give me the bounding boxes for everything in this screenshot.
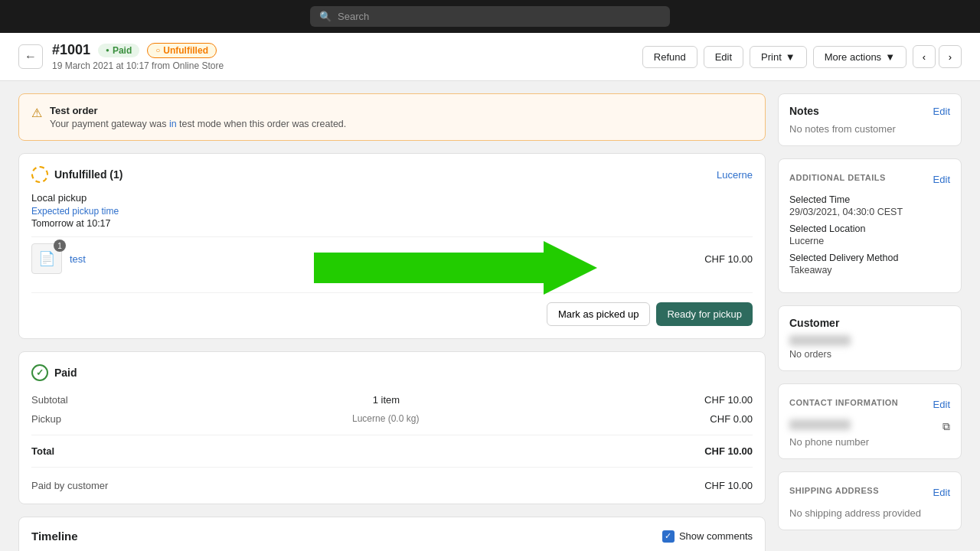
total-row: Total CHF 10.00 — [31, 442, 753, 461]
alert-banner: ⚠ Test order Your payment gateway was in… — [18, 93, 766, 141]
shipping-address-label: SHIPPING ADDRESS — [789, 486, 879, 495]
customer-card: Customer No orders — [778, 305, 962, 371]
paid-card: ✓ Paid Subtotal 1 item CHF 10.00 Pickup … — [18, 351, 766, 504]
document-icon: 📄 — [38, 250, 55, 267]
no-orders-text: No orders — [789, 349, 950, 360]
pickup-label: Local pickup — [31, 192, 753, 204]
selected-delivery-value: Takeaway — [789, 265, 950, 276]
header-actions: Refund Edit Print ▼ More actions ▼ ‹ › — [642, 45, 962, 68]
unfulfilled-icon — [31, 166, 48, 183]
paid-by-amount: CHF 10.00 — [704, 480, 753, 491]
order-title-block: #1001 Paid Unfulfilled 19 March 2021 at … — [52, 42, 633, 71]
item-qty-badge: 1 — [54, 240, 66, 252]
selected-time-label: Selected Time — [789, 194, 950, 205]
more-actions-button[interactable]: More actions ▼ — [813, 46, 906, 68]
unfulfilled-title: Unfulfilled (1) — [54, 168, 122, 181]
subtotal-amount: CHF 10.00 — [704, 394, 753, 406]
notes-edit-link[interactable]: Edit — [933, 106, 950, 117]
total-amount: CHF 10.00 — [704, 445, 753, 457]
timeline-header: Timeline ✓ Show comments — [31, 530, 753, 543]
pickup-sub: Lucerne (0.0 kg) — [352, 413, 419, 425]
subtotal-label: Subtotal — [31, 394, 68, 406]
pickup-fee-label: Pickup — [31, 413, 61, 425]
total-label: Total — [31, 445, 54, 457]
paid-icon: ✓ — [31, 364, 48, 381]
paid-by-label: Paid by customer — [31, 480, 108, 491]
show-comments-checkbox[interactable]: ✓ — [662, 530, 675, 543]
notes-title: Notes — [789, 105, 819, 117]
right-column: Notes Edit No notes from customer ADDITI… — [778, 93, 962, 551]
next-order-button[interactable]: › — [939, 45, 962, 68]
no-address-text: No shipping address provided — [789, 507, 950, 519]
ready-for-pickup-button[interactable]: Ready for pickup — [656, 302, 753, 326]
customer-name-blurred — [789, 335, 851, 346]
notes-card: Notes Edit No notes from customer — [778, 93, 962, 146]
selected-time-value: 29/03/2021, 04:30:0 CEST — [789, 207, 950, 217]
contact-info-edit[interactable]: Edit — [933, 399, 950, 410]
alert-title: Test order — [50, 105, 346, 116]
item-name[interactable]: test — [70, 253, 697, 265]
search-input[interactable] — [338, 11, 661, 22]
back-button[interactable]: ← — [18, 44, 43, 69]
main-content: ⚠ Test order Your payment gateway was in… — [0, 81, 980, 551]
additional-details-label: ADDITIONAL DETAILS — [789, 173, 886, 182]
pickup-time: Tomorrow at 10:17 — [31, 218, 753, 229]
search-box[interactable]: 🔍 — [310, 6, 670, 27]
unfulfilled-badge: Unfulfilled — [147, 43, 217, 58]
mark-picked-up-button[interactable]: Mark as picked up — [547, 302, 651, 326]
search-icon: 🔍 — [319, 11, 332, 22]
pickup-info: Local pickup Expected pickup time Tomorr… — [31, 192, 753, 229]
alert-text: Your payment gateway was in test mode wh… — [50, 119, 346, 129]
selected-location-value: Lucerne — [789, 236, 950, 246]
contact-email-blurred — [789, 419, 851, 430]
item-thumbnail: 📄 1 — [31, 243, 62, 274]
selected-delivery-label: Selected Delivery Method — [789, 253, 950, 263]
selected-location-label: Selected Location — [789, 223, 950, 234]
shipping-address-card: SHIPPING ADDRESS Edit No shipping addres… — [778, 471, 962, 530]
print-dropdown-icon: ▼ — [786, 51, 795, 63]
no-notes-text: No notes from customer — [789, 123, 950, 135]
prev-order-button[interactable]: ‹ — [913, 45, 936, 68]
order-item-row: 📄 1 test CHF 10.00 — [31, 236, 753, 280]
card-actions: Mark as picked up Ready for pickup — [31, 292, 753, 326]
pickup-amount: CHF 0.00 — [710, 413, 753, 425]
subtotal-count: 1 item — [373, 394, 400, 406]
copy-icon[interactable]: ⧉ — [942, 420, 950, 433]
show-comments[interactable]: ✓ Show comments — [662, 530, 753, 543]
shipping-address-edit[interactable]: Edit — [933, 487, 950, 498]
timeline-card: Timeline ✓ Show comments — [18, 517, 766, 551]
subtotal-row: Subtotal 1 item CHF 10.00 — [31, 390, 753, 409]
more-actions-dropdown-icon: ▼ — [885, 51, 895, 63]
timeline-title: Timeline — [31, 530, 78, 543]
contact-info-label: CONTACT INFORMATION — [789, 398, 898, 407]
no-phone-text: No phone number — [789, 436, 950, 448]
unfulfilled-location: Lucerne — [717, 169, 753, 181]
additional-details-edit[interactable]: Edit — [933, 174, 950, 185]
pickup-row: Pickup Lucerne (0.0 kg) CHF 0.00 — [31, 409, 753, 429]
expected-label: Expected pickup time — [31, 206, 753, 217]
nav-group: ‹ › — [913, 45, 962, 68]
show-comments-label: Show comments — [679, 530, 753, 542]
customer-title: Customer — [789, 317, 839, 329]
contact-info-card: CONTACT INFORMATION Edit ⧉ No phone numb… — [778, 383, 962, 459]
additional-details-card: ADDITIONAL DETAILS Edit Selected Time 29… — [778, 158, 962, 293]
left-column: ⚠ Test order Your payment gateway was in… — [18, 93, 766, 551]
unfulfilled-card: Unfulfilled (1) Lucerne Local pickup Exp… — [18, 153, 766, 339]
refund-button[interactable]: Refund — [642, 46, 697, 68]
page-header: ← #1001 Paid Unfulfilled 19 March 2021 a… — [0, 33, 980, 81]
paid-badge: Paid — [98, 44, 139, 57]
order-number: #1001 — [52, 42, 90, 58]
warning-icon: ⚠ — [31, 106, 42, 120]
paid-title: Paid — [54, 367, 77, 379]
item-price: CHF 10.00 — [704, 253, 753, 265]
top-bar: 🔍 — [0, 0, 980, 33]
edit-button[interactable]: Edit — [704, 46, 743, 68]
paid-by-row: Paid by customer CHF 10.00 — [31, 474, 753, 491]
order-date: 19 March 2021 at 10:17 from Online Store — [52, 60, 633, 71]
print-button[interactable]: Print ▼ — [750, 46, 807, 68]
